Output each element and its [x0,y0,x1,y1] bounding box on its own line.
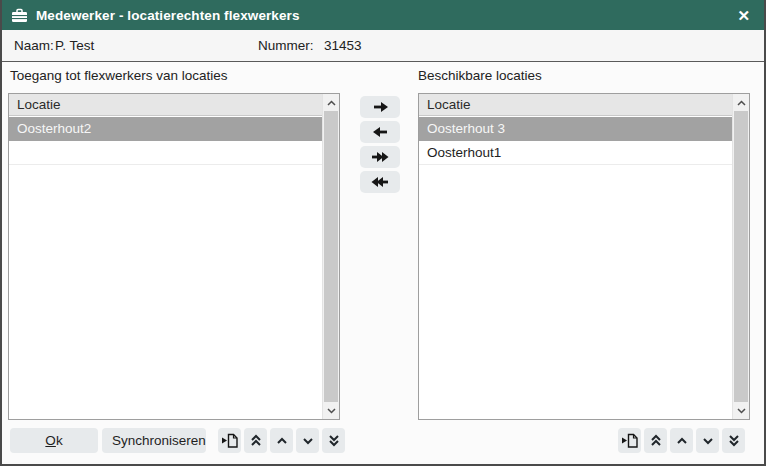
move-all-left-button[interactable] [360,171,400,193]
last-record-button[interactable] [322,428,345,453]
name-value: P. Test [55,38,94,53]
first-record-icon [250,434,262,447]
available-column-header: Locatie [419,94,732,116]
assigned-scrollbar[interactable] [322,94,339,419]
goto-record-icon [621,432,639,449]
number-value: 31453 [324,38,362,53]
last-record-button[interactable] [722,428,745,453]
move-left-button[interactable] [360,121,400,143]
main-area: Toegang tot flexwerkers van locaties Bes… [2,62,764,462]
synchronize-button[interactable]: Synchroniseren [102,428,206,453]
available-locations-title: Beschikbare locaties [418,68,542,83]
first-record-icon [650,434,662,447]
move-all-right-icon [371,151,389,163]
previous-record-icon [676,437,688,445]
chevron-down-icon[interactable] [733,402,749,419]
goto-record-icon [221,432,239,449]
move-right-icon [372,101,389,113]
chevron-up-icon[interactable] [323,94,339,111]
move-right-button[interactable] [360,96,400,118]
previous-record-button[interactable] [670,428,693,453]
goto-record-button[interactable] [218,428,241,453]
move-all-right-button[interactable] [360,146,400,168]
list-item-oosterhout-3[interactable]: Oosterhout 3 [419,117,732,141]
chevron-down-icon[interactable] [323,402,339,419]
titlebar: Medewerker - locatierechten flexwerkers … [2,0,764,30]
available-rows: Oosterhout 3 Oosterhout1 [419,117,732,419]
scrollbar-thumb[interactable] [734,111,748,402]
scrollbar-thumb[interactable] [324,111,338,402]
name-label: Naam: [14,38,54,53]
employee-header: Naam: P. Test Nummer: 31453 [2,30,764,62]
previous-record-button[interactable] [270,428,293,453]
assigned-rows: Oosterhout2 [9,117,322,419]
synchronize-button-label: Synchroniseren [112,433,196,448]
move-left-icon [372,126,389,138]
ok-button-label: Ok [20,433,88,448]
next-record-icon [702,437,714,445]
close-icon[interactable]: ✕ [733,6,754,25]
empty-row [9,141,322,165]
next-record-button[interactable] [696,428,719,453]
first-record-button[interactable] [644,428,667,453]
assigned-column-header: Locatie [9,94,322,116]
last-record-icon [728,434,740,447]
next-record-button[interactable] [296,428,319,453]
next-record-icon [302,437,314,445]
available-locations-list: Locatie Oosterhout 3 Oosterhout1 [418,93,750,420]
chevron-up-icon[interactable] [733,94,749,111]
window-title: Medewerker - locatierechten flexwerkers [36,8,733,23]
previous-record-icon [276,437,288,445]
ok-button[interactable]: Ok [10,428,98,453]
available-scrollbar[interactable] [732,94,749,419]
briefcase-icon [11,8,28,23]
move-all-left-icon [371,176,389,188]
last-record-icon [328,434,340,447]
assigned-locations-title: Toegang tot flexwerkers van locaties [10,68,228,83]
list-item-oosterhout1[interactable]: Oosterhout1 [419,141,732,165]
dialog-window: Medewerker - locatierechten flexwerkers … [0,0,766,466]
assigned-locations-list: Locatie Oosterhout2 [8,93,340,420]
list-item-oosterhout2[interactable]: Oosterhout2 [9,117,322,141]
first-record-button[interactable] [244,428,267,453]
number-label: Nummer: [258,38,314,53]
goto-record-button[interactable] [618,428,641,453]
